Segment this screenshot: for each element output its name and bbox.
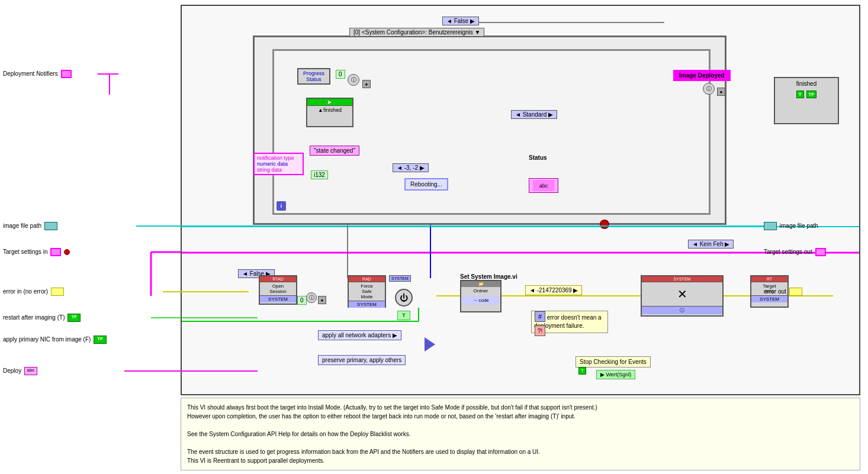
rebooting-text: Rebooting... xyxy=(410,181,442,188)
target-settings-out-label: Target settings out xyxy=(764,248,826,256)
string-data-label: string data xyxy=(257,167,300,173)
note-line-2: See the System Configuration API Help fo… xyxy=(187,430,854,438)
vi-folder-icon: 📁 xyxy=(461,281,500,287)
stop-checking-text: Stop Checking for Events xyxy=(580,359,647,365)
force-safe-mode-vi[interactable]: RAD ForceSafeMode SYSTEM xyxy=(348,275,386,308)
info-icon: i xyxy=(277,201,286,211)
progress-label: Progress xyxy=(303,70,324,76)
t-indicator: T xyxy=(796,91,804,98)
rad-open-session-vi[interactable]: RTAD OpenSession SYSTEM xyxy=(259,275,297,305)
error-in-label: error in (no error) xyxy=(3,288,64,296)
deployment-notifiers-terminal[interactable] xyxy=(61,70,72,78)
finished-tf-row: T TF xyxy=(775,89,838,99)
note-line-3: The event structure is used to get progr… xyxy=(187,447,854,465)
hash-icon: # xyxy=(535,311,545,322)
system-label-2: SYSTEM xyxy=(389,275,411,282)
rebooting-box: Rebooting... xyxy=(404,178,448,191)
status-label2: Status xyxy=(303,76,324,82)
ordner-label-vi: Ordner xyxy=(461,287,500,295)
progress-status-node[interactable]: Progress Status xyxy=(297,68,330,85)
note-area: This VI should always first boot the tar… xyxy=(181,398,860,470)
finished-right-node[interactable]: finished T TF xyxy=(774,77,839,124)
status-label: Status xyxy=(529,154,547,161)
target-settings-in-label: Target settings in xyxy=(3,248,70,256)
zero-const: 0 xyxy=(336,70,345,79)
set-system-image-text: Set System Image.vi xyxy=(460,273,517,280)
info-node-1: ⓘ xyxy=(348,74,359,86)
finished-vi-label: ▲finished xyxy=(307,106,352,114)
main-canvas: ◄ False ▶ [0] <System Configuration>: Be… xyxy=(0,0,868,474)
outer-case-structure: [0] <System Configuration>: Benutzererei… xyxy=(253,36,726,225)
apply-all-network-dropdown[interactable]: apply all network adapters ▶ xyxy=(318,330,401,340)
rad-label: OpenSession xyxy=(260,282,296,295)
required-indicator xyxy=(64,249,70,255)
notification-cluster: notification type numeric data string da… xyxy=(253,153,304,175)
restart-after-imaging-text: restart after imaging (T) xyxy=(3,314,65,321)
system-label-4: ⓘ xyxy=(642,306,722,314)
finished-right-label: finished xyxy=(775,78,838,89)
zero-const2: 0 xyxy=(297,296,307,305)
kein-feh-selector[interactable]: ◄ Kein Feh ▶ xyxy=(688,240,734,249)
small-node-3: ● xyxy=(318,296,326,304)
preserve-primary-text: preserve primary, apply others xyxy=(322,357,401,363)
force-safe-system: SYSTEM xyxy=(349,301,385,308)
error-out-text: error out xyxy=(764,288,786,295)
vi-code-label: → code xyxy=(462,296,499,305)
set-system-image-vi[interactable]: 📁 Ordner → code xyxy=(460,280,501,312)
false-value: False xyxy=(454,18,468,24)
question-icon: ?! xyxy=(535,325,545,336)
t-box: T xyxy=(397,311,410,320)
target-settings-out-terminal xyxy=(815,248,826,256)
image-file-path-in-label: image file path xyxy=(3,222,57,230)
apply-nic-terminal[interactable]: TF xyxy=(94,336,107,344)
error-handler-vi[interactable]: SYSTEM ✕ ⓘ xyxy=(641,275,724,317)
apply-all-network-text: apply all network adapters xyxy=(322,332,391,338)
rad-icon: RTAD xyxy=(260,276,296,282)
deploy-label: Deploy abc xyxy=(3,367,37,375)
finished-vi-node[interactable]: ▶ ▲finished xyxy=(306,98,353,127)
apply-primary-nic-label: apply primary NIC from image (F) TF xyxy=(3,336,107,344)
notification-type-label: notification type xyxy=(257,155,300,161)
info-node-3: ⓘ xyxy=(306,292,317,303)
system-label-3: SYSTEM xyxy=(642,276,722,282)
stop-checking-events: Stop Checking for Events xyxy=(576,356,651,367)
i132-const: i132 xyxy=(311,170,328,179)
false-selector[interactable]: ◄ False ▶ xyxy=(442,17,479,25)
power-icon[interactable]: ⏻ xyxy=(395,289,413,307)
force-safe-icon: RAD xyxy=(349,276,385,282)
image-deployed-text: Image Deployed xyxy=(679,72,725,79)
event-case-selector[interactable]: [0] <System Configuration>: Benutzererei… xyxy=(349,28,484,37)
image-deployed-label: Image Deployed xyxy=(673,70,731,81)
rt-icon: RT xyxy=(751,276,787,282)
preserve-primary-dropdown[interactable]: preserve primary, apply others xyxy=(318,355,406,365)
restart-terminal[interactable]: TF xyxy=(67,314,81,322)
finished-value: finished xyxy=(796,80,816,87)
note-line-1: This VI should always first boot the tar… xyxy=(187,403,854,421)
stop-button[interactable] xyxy=(600,220,609,229)
force-safe-label: ForceSafeMode xyxy=(349,282,385,301)
image-file-path-terminal[interactable] xyxy=(44,222,57,230)
image-file-path-out-terminal xyxy=(764,222,777,230)
f-indicator: TF xyxy=(806,91,817,98)
deployment-notifiers-label: Deployment Notifiers xyxy=(3,70,72,78)
small-node-1: ● xyxy=(362,80,371,88)
image-file-path-out-text: image file path xyxy=(780,223,818,229)
small-node-2: ● xyxy=(717,88,725,96)
wert-sgnl-text: Wert(Sgnl) xyxy=(606,372,632,378)
error-out-terminal xyxy=(789,288,802,296)
target-settings-terminal[interactable] xyxy=(50,248,61,256)
error-in-terminal[interactable] xyxy=(51,288,64,296)
diagram-border: ◄ False ▶ [0] <System Configuration>: Be… xyxy=(181,5,860,395)
image-file-path-in-text: image file path xyxy=(3,223,41,229)
standard-selector[interactable]: ◄ Standard ▶ xyxy=(511,110,557,119)
deploy-terminal[interactable]: abc xyxy=(24,367,37,375)
rt-system: SYSTEM xyxy=(751,295,787,302)
info-node-2: ⓘ xyxy=(703,83,715,95)
error-num-const: ◄ -2147220369 ▶ xyxy=(525,285,582,295)
apply-primary-nic-text: apply primary NIC from image (F) xyxy=(3,336,91,343)
rad-system: SYSTEM xyxy=(260,295,296,302)
wert-sgnl-node[interactable]: ▶ Wert(Sgnl) xyxy=(596,370,635,379)
status-value: abc xyxy=(529,178,558,193)
target-settings-in-text: Target settings in xyxy=(3,249,48,255)
minus3-minus2-selector[interactable]: ◄ -3, -2 ▶ xyxy=(393,163,429,172)
